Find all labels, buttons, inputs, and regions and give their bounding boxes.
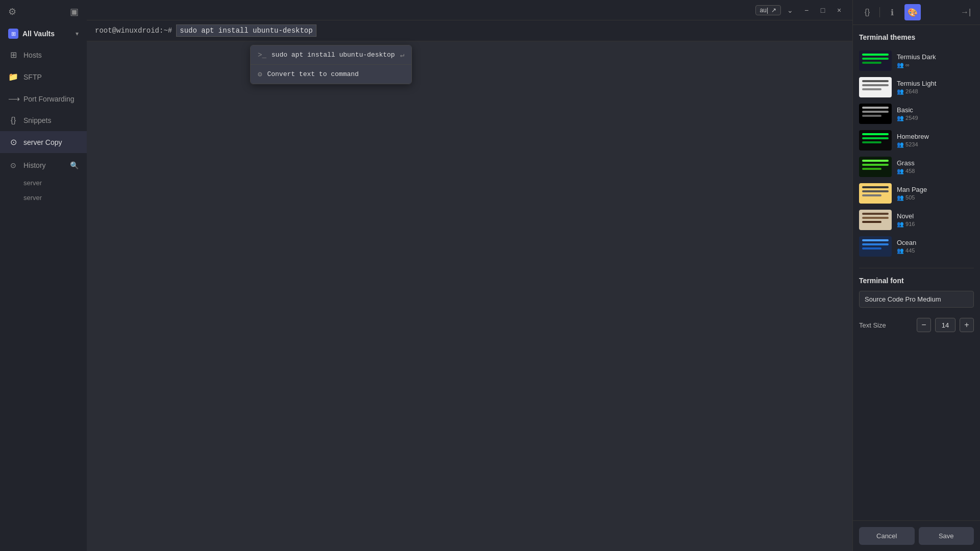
right-panel-tabs: {} ℹ 🎨 →| xyxy=(853,0,980,25)
autocomplete-item-command[interactable]: >_ sudo apt install ubuntu-desktop ↵ xyxy=(251,45,411,65)
snippets-label: Snippets xyxy=(23,116,51,124)
theme-man-page[interactable]: Man Page 👥 505 xyxy=(859,180,974,207)
snippets-icon: {} xyxy=(8,116,18,125)
port-forwarding-icon: ⟶ xyxy=(8,94,18,104)
theme-termius-dark[interactable]: Termius Dark 👥 ∞ xyxy=(859,47,974,74)
grass-info: Grass 👥 458 xyxy=(897,159,915,174)
right-panel: {} ℹ 🎨 →| Terminal themes Termius Dark 👥… xyxy=(852,0,980,551)
terminal-prompt: root@winuxdroid:~# xyxy=(95,27,172,35)
novel-info: Novel 👥 916 xyxy=(897,212,915,228)
ocean-info: Ocean 👥 445 xyxy=(897,239,916,254)
termius-dark-name: Termius Dark xyxy=(897,53,936,61)
main-wrapper: au| ↗ ⌄ − □ × root@winuxdroid:~# sudo ap… xyxy=(87,0,852,551)
theme-termius-light[interactable]: Termius Light 👥 2648 xyxy=(859,74,974,101)
history-icon: ⊙ xyxy=(8,161,18,169)
chevron-up-icon[interactable]: ⌄ xyxy=(783,3,797,17)
server-copy-icon: ⊙ xyxy=(8,137,18,147)
hosts-label: Hosts xyxy=(23,51,42,59)
homebrew-users: 👥 5234 xyxy=(897,141,929,148)
sidebar-item-server-copy[interactable]: ⊙ server Copy xyxy=(0,131,87,153)
vault-icon: ⊞ xyxy=(8,29,18,39)
text-size-row: Text Size − 14 + xyxy=(859,318,974,332)
server-copy-label: server Copy xyxy=(23,138,62,146)
tab-code-icon[interactable]: {} xyxy=(859,4,875,20)
au-text: au| xyxy=(760,7,768,14)
decrease-size-button[interactable]: − xyxy=(917,318,931,332)
themes-section-title: Terminal themes xyxy=(859,33,974,41)
history-section: ⊙ History 🔍 server server xyxy=(0,153,87,207)
theme-novel[interactable]: Novel 👥 916 xyxy=(859,207,974,233)
chevron-down-icon: ▾ xyxy=(76,30,79,37)
homebrew-info: Homebrew 👥 5234 xyxy=(897,133,929,148)
homebrew-name: Homebrew xyxy=(897,133,929,140)
theme-grass[interactable]: Grass 👥 458 xyxy=(859,154,974,180)
manpage-preview xyxy=(859,183,892,204)
sidebar-item-port-forwarding[interactable]: ⟶ Port Forwarding xyxy=(0,88,87,110)
homebrew-preview xyxy=(859,130,892,151)
autocomplete-convert-text: Convert text to command xyxy=(267,70,358,78)
basic-preview xyxy=(859,104,892,124)
manpage-name: Man Page xyxy=(897,186,927,193)
minimize-button[interactable]: − xyxy=(799,3,814,17)
increase-size-button[interactable]: + xyxy=(960,318,974,332)
history-item[interactable]: server xyxy=(23,176,87,190)
terminal-body[interactable] xyxy=(87,41,852,551)
cancel-button[interactable]: Cancel xyxy=(859,527,915,545)
termius-dark-preview xyxy=(859,51,892,71)
save-button[interactable]: Save xyxy=(919,527,974,545)
terminal-prompt-icon: >_ xyxy=(258,51,266,59)
history-search-icon[interactable]: 🔍 xyxy=(70,161,79,169)
theme-homebrew[interactable]: Homebrew 👥 5234 xyxy=(859,127,974,154)
text-size-value: 14 xyxy=(935,318,955,332)
autocomplete-command-text: sudo apt install ubuntu-desktop xyxy=(272,51,395,59)
close-button[interactable]: × xyxy=(832,3,846,17)
theme-basic[interactable]: Basic 👥 2549 xyxy=(859,101,974,127)
basic-users: 👥 2549 xyxy=(897,115,918,121)
app-topbar: au| ↗ ⌄ − □ × xyxy=(87,0,852,20)
sidebar-item-sftp[interactable]: 📁 SFTP xyxy=(0,66,87,88)
return-icon: ↵ xyxy=(400,51,404,59)
vault-selector[interactable]: ⊞ All Vaults ▾ xyxy=(0,23,87,44)
termius-light-info: Termius Light 👥 2648 xyxy=(897,80,936,95)
sidebar: ⚙ ▣ ⊞ All Vaults ▾ ⊞ Hosts 📁 SFTP ⟶ Port… xyxy=(0,0,87,551)
ocean-preview xyxy=(859,236,892,257)
tab-theme-icon[interactable]: 🎨 xyxy=(904,4,921,20)
maximize-button[interactable]: □ xyxy=(816,3,830,17)
grass-preview xyxy=(859,157,892,177)
autocomplete-item-convert[interactable]: ⚙ Convert text to command xyxy=(251,65,411,84)
forward-icon[interactable]: →| xyxy=(958,4,974,20)
gear-icon[interactable]: ⚙ xyxy=(8,6,16,17)
convert-icon: ⚙ xyxy=(258,70,262,79)
text-size-label: Text Size xyxy=(859,321,913,329)
novel-name: Novel xyxy=(897,212,915,220)
history-items: server server xyxy=(0,176,87,205)
terminal-input[interactable]: sudo apt install ubuntu-desktop xyxy=(176,24,316,37)
history-header[interactable]: ⊙ History 🔍 xyxy=(0,155,87,176)
termius-dark-info: Termius Dark 👥 ∞ xyxy=(897,53,936,68)
grass-name: Grass xyxy=(897,159,915,167)
ocean-users: 👥 445 xyxy=(897,247,916,254)
sftp-icon: 📁 xyxy=(8,72,18,82)
basic-name: Basic xyxy=(897,106,918,114)
history-item[interactable]: server xyxy=(23,190,87,205)
manpage-users: 👥 505 xyxy=(897,194,927,201)
theme-ocean[interactable]: Ocean 👥 445 xyxy=(859,233,974,260)
hosts-icon: ⊞ xyxy=(8,50,18,60)
font-input[interactable] xyxy=(859,291,974,308)
monitor-icon[interactable]: ▣ xyxy=(70,6,79,17)
basic-info: Basic 👥 2549 xyxy=(897,106,918,121)
font-section: Terminal font Text Size − 14 + xyxy=(859,268,974,332)
au-badge: au| ↗ xyxy=(755,5,781,15)
sidebar-top: ⚙ ▣ xyxy=(0,0,87,23)
history-label: History xyxy=(23,161,46,169)
port-forwarding-label: Port Forwarding xyxy=(23,95,75,103)
right-panel-content: Terminal themes Termius Dark 👥 ∞ Termius… xyxy=(853,25,980,520)
novel-preview xyxy=(859,210,892,230)
tab-info-icon[interactable]: ℹ xyxy=(884,4,900,20)
share-icon: ↗ xyxy=(771,7,776,14)
terminal-area: root@winuxdroid:~# sudo apt install ubun… xyxy=(87,20,852,551)
sidebar-item-snippets[interactable]: {} Snippets xyxy=(0,110,87,131)
sftp-label: SFTP xyxy=(23,73,42,81)
sidebar-item-hosts[interactable]: ⊞ Hosts xyxy=(0,44,87,66)
ocean-name: Ocean xyxy=(897,239,916,246)
